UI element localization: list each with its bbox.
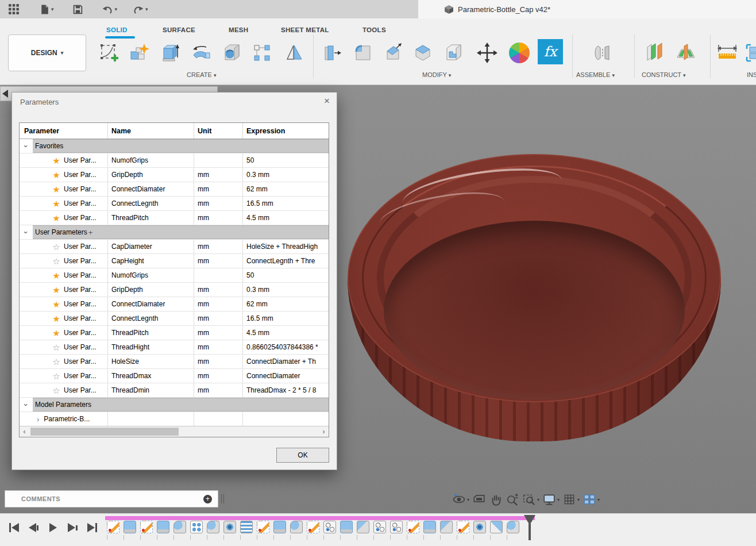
tab-sheet-metal[interactable]: SHEET METAL [281,26,329,38]
parameter-row[interactable]: ☆User Par...CapDiametermmHoleSize + Thre… [20,240,329,254]
parameter-row[interactable]: ★User Par...GripDepthmm0.3 mm [20,283,329,297]
bottle-cap-inner-face[interactable] [384,221,685,400]
change-parameters-button[interactable]: fx [538,39,563,64]
step-forward-button[interactable] [65,521,79,535]
collapse-chevron-icon[interactable]: › [20,398,33,412]
redo-button[interactable]: ▾ [130,3,151,16]
skip-to-end-button[interactable] [85,521,99,535]
timeline-feature-extrude-icon[interactable] [124,521,136,533]
favorite-star-icon[interactable]: ☆ [51,386,61,395]
timeline-feature-sketch-icon[interactable] [307,521,319,533]
parameter-expression-cell[interactable]: 0.8660254037844386 * [242,340,329,354]
browser-collapse-icon[interactable] [2,90,8,98]
scrollbar-track[interactable] [29,426,319,437]
timeline-feature-mirror-icon[interactable] [490,521,503,533]
parameter-row[interactable]: ★User Par...ConnectLegnthmm16.5 mm [20,312,329,326]
timeline-feature-extrude-icon[interactable] [273,521,286,533]
pan-button[interactable] [489,493,503,506]
joint-button[interactable] [589,40,615,66]
parameter-expression-cell[interactable]: 0.3 mm [242,283,329,297]
parameter-row[interactable]: ★User Par...NumofGrips50 [20,153,329,168]
scroll-left-icon[interactable]: ‹ [20,426,29,437]
timeline-feature-hole-icon[interactable] [473,521,486,533]
undo-button[interactable]: ▾ [99,3,120,16]
parameter-row[interactable]: ☆User Par...ThreadHightmm0.8660254037844… [20,340,329,355]
parameter-row[interactable]: ★User Par...ThreadPitchmm4.5 mm [20,211,329,225]
parameter-row[interactable]: ☆User Par...CapHeightmmConnectLegnth + T… [20,254,329,268]
parameter-expression-cell[interactable]: ThreadDmax - 2 * 5 / 8 [242,383,329,397]
timeline-feature-fillet-icon[interactable] [207,521,219,533]
collapse-chevron-icon[interactable]: › [20,139,33,153]
file-menu-button[interactable]: ▾ [37,3,56,16]
display-settings-button[interactable]: ▾ [542,493,560,506]
appearance-button[interactable] [507,40,532,66]
parameter-name-cell[interactable]: HoleSize [107,355,194,368]
parameter-row[interactable]: ☆User Par...ThreadDmaxmmConnectDiamater [20,369,329,383]
save-button[interactable] [70,3,86,16]
parameter-expression-cell[interactable]: 4.5 mm [242,211,329,225]
fillet-button[interactable] [350,40,376,66]
create-form-button[interactable] [126,40,152,66]
parameter-name-cell[interactable]: GripDepth [107,168,194,182]
group-assemble[interactable]: ASSEMBLE ▾ [576,71,615,78]
comments-resize-handle[interactable] [221,494,224,503]
parameter-expression-cell[interactable]: 62 mm [242,297,329,311]
construct-plane-button[interactable] [642,40,668,66]
favorite-star-icon[interactable]: ★ [51,185,61,194]
model-component-row[interactable]: ›Parametric-B... [20,412,329,426]
group-construct[interactable]: CONSTRUCT ▾ [642,71,685,78]
zoom-window-button[interactable]: ▾ [522,493,539,506]
timeline-feature-fillet-icon[interactable] [290,521,303,533]
parameter-expression-cell[interactable]: ConnectDiamater + Th [242,355,329,368]
parameter-expression-cell[interactable]: 50 [242,268,329,282]
timeline-feature-hole-icon[interactable] [223,521,236,533]
parameter-name-cell[interactable]: ConnectLegnth [107,312,194,325]
favorite-star-icon[interactable]: ☆ [51,243,61,251]
parameter-expression-cell[interactable]: 16.5 mm [242,197,329,210]
measure-button[interactable] [715,40,740,66]
parameter-expression-cell[interactable]: 0.3 mm [242,168,329,182]
collapse-chevron-icon[interactable]: › [20,225,33,239]
favorite-star-icon[interactable]: ☆ [51,372,61,380]
parameter-row[interactable]: ★User Par...GripDepthmm0.3 mm [20,168,329,182]
play-button[interactable] [46,521,60,535]
offset-face-button[interactable] [441,40,466,66]
group-modify[interactable]: MODIFY ▾ [422,71,451,78]
parameter-name-cell[interactable]: ConnectDiamater [107,297,194,311]
construct-midplane-button[interactable] [673,40,699,66]
timeline-feature-chamfer-icon[interactable] [357,521,369,533]
parameter-name-cell[interactable]: GripDepth [107,283,194,297]
timeline-feature-derive-icon[interactable] [323,521,336,533]
chamfer-button[interactable] [380,40,406,66]
favorite-star-icon[interactable]: ★ [51,314,61,323]
favorite-star-icon[interactable]: ★ [51,329,61,337]
table-horizontal-scrollbar[interactable]: ‹ › [20,426,329,437]
parameter-row[interactable]: ☆User Par...HoleSizemmConnectDiamater + … [20,355,329,369]
viewports-button[interactable]: ▾ [583,493,600,506]
parameter-name-cell[interactable]: ConnectDiamater [107,182,194,196]
favorite-star-icon[interactable]: ★ [51,271,61,280]
timeline-feature-coil-icon[interactable] [240,521,253,533]
group-inspect[interactable]: INSPECT [747,71,756,78]
parameter-name-cell[interactable]: ThreadHight [107,340,194,354]
timeline-feature-derive-icon[interactable] [373,521,386,533]
timeline-feature-extrude-icon[interactable] [423,521,436,533]
timeline-feature-sketch-icon[interactable] [407,521,419,533]
parameter-name-cell[interactable]: ConnectLegnth [107,197,194,210]
grid-display-button[interactable]: ▾ [562,493,580,506]
timeline-feature-extrude-icon[interactable] [157,521,169,533]
move-button[interactable] [475,40,500,66]
favorite-star-icon[interactable]: ☆ [51,343,61,352]
favorite-star-icon[interactable]: ★ [51,286,61,294]
interference-button[interactable] [743,40,756,66]
parameter-expression-cell[interactable]: 16.5 mm [242,312,329,325]
favorite-star-icon[interactable]: ★ [51,199,61,208]
hole-button[interactable] [219,40,245,66]
parameter-expression-cell[interactable]: ConnectDiamater [242,369,329,383]
parameter-name-cell[interactable]: ThreadPitch [107,326,194,340]
parameter-name-cell[interactable]: ThreadDmin [107,383,194,397]
timeline-feature-derive-icon[interactable] [390,521,403,533]
parameter-name-cell[interactable]: CapDiameter [107,240,194,253]
shell-button[interactable] [410,40,435,66]
favorite-star-icon[interactable]: ☆ [51,257,61,266]
